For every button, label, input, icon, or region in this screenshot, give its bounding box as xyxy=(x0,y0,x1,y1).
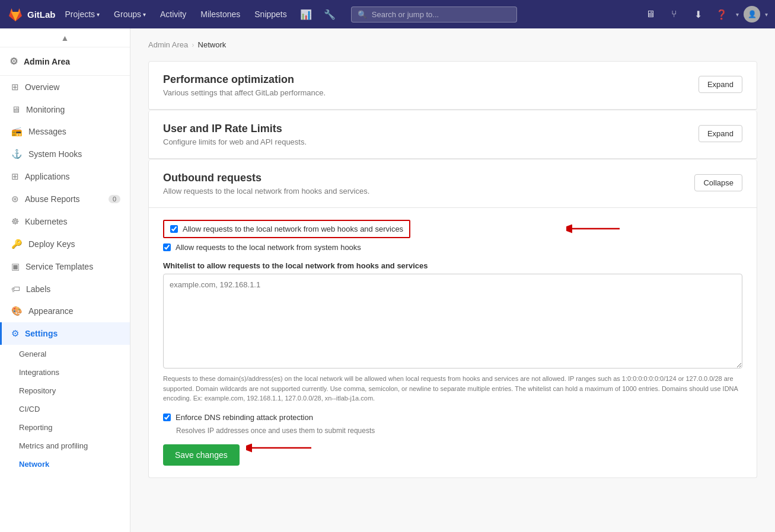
sidebar-item-kubernetes[interactable]: ☸ Kubernetes xyxy=(0,210,130,233)
outbound-section: Outbound requests Allow requests to the … xyxy=(148,160,757,478)
outbound-collapse-button[interactable]: Collapse xyxy=(694,174,742,191)
nav-projects[interactable]: Projects ▾ xyxy=(60,7,105,21)
performance-expand-button[interactable]: Expand xyxy=(699,76,742,93)
screen-icon[interactable]: 🖥 xyxy=(641,5,660,24)
outbound-section-body: Allow requests to the local network from… xyxy=(149,208,757,477)
performance-desc: Various settings that affect GitLab perf… xyxy=(163,88,326,97)
gitlab-logo[interactable]: GitLab xyxy=(7,6,56,23)
breadcrumb-current: Network xyxy=(198,40,227,49)
monitor-icon: 🖥 xyxy=(11,104,20,114)
outbound-title: Outbound requests xyxy=(163,172,369,184)
bar-chart-icon[interactable]: 📊 xyxy=(296,5,315,24)
nav-milestones[interactable]: Milestones xyxy=(196,7,245,21)
sidebar-sub-item-integrations[interactable]: Integrations xyxy=(0,363,130,382)
sidebar-item-monitoring[interactable]: 🖥 Monitoring xyxy=(0,98,130,120)
checkbox-webhooks-label[interactable]: Allow requests to the local network from… xyxy=(183,225,403,233)
key-icon: 🔑 xyxy=(11,239,23,249)
sidebar-item-overview[interactable]: ⊞ Overview xyxy=(0,76,130,98)
nav-activity[interactable]: Activity xyxy=(155,7,191,21)
sidebar-item-deploy-keys[interactable]: 🔑 Deploy Keys xyxy=(0,233,130,255)
gear-icon: ⚙ xyxy=(11,328,19,339)
checkbox-dns-label[interactable]: Enforce DNS rebinding attack protection xyxy=(176,413,313,422)
sidebar-sub-item-reporting[interactable]: Reporting xyxy=(0,418,130,437)
kubernetes-icon: ☸ xyxy=(11,216,19,227)
chevron-down-icon: ▾ xyxy=(765,11,768,18)
grid-icon: ⊞ xyxy=(11,171,19,182)
checkbox3-row: Enforce DNS rebinding attack protection … xyxy=(163,413,742,435)
performance-section-header: Performance optimization Various setting… xyxy=(149,62,757,110)
merge-icon[interactable]: ⑂ xyxy=(665,5,684,24)
wrench-icon: ⚙ xyxy=(9,56,18,67)
sidebar-item-appearance[interactable]: 🎨 Appearance xyxy=(0,300,130,322)
sidebar-header: ⚙ Admin Area xyxy=(0,47,130,76)
rate-limits-title: User and IP Rate Limits xyxy=(163,123,307,135)
sidebar-sub-item-general[interactable]: General xyxy=(0,345,130,363)
rate-limits-expand-button[interactable]: Expand xyxy=(699,125,742,142)
sidebar-sub-item-network[interactable]: Network xyxy=(0,455,130,473)
sidebar-item-labels[interactable]: 🏷 Labels xyxy=(0,278,130,300)
circle-icon: ⊛ xyxy=(11,194,19,204)
sidebar-item-settings[interactable]: ⚙ Settings xyxy=(0,322,130,345)
checkbox1-highlight: Allow requests to the local network from… xyxy=(163,220,410,238)
sidebar-sub-item-cicd[interactable]: CI/CD xyxy=(0,400,130,418)
sidebar-item-service-templates[interactable]: ▣ Service Templates xyxy=(0,255,130,278)
checkbox2-row: Allow requests to the local network from… xyxy=(163,243,742,252)
outbound-section-header: Outbound requests Allow requests to the … xyxy=(149,160,757,208)
performance-title: Performance optimization xyxy=(163,73,326,86)
checkbox-webhooks[interactable] xyxy=(170,225,178,233)
square-icon: ▣ xyxy=(11,261,20,272)
checkbox-system-hooks-label[interactable]: Allow requests to the local network from… xyxy=(176,243,361,252)
hook-icon: ⚓ xyxy=(11,149,23,159)
outbound-desc: Allow requests to the local network from… xyxy=(163,187,369,196)
chevron-down-icon: ▾ xyxy=(736,11,739,18)
avatar[interactable]: 👤 xyxy=(744,6,760,23)
sidebar-sub-item-repository[interactable]: Repository xyxy=(0,382,130,400)
scroll-up-button[interactable]: ▲ xyxy=(0,28,130,47)
grid-icon: ⊞ xyxy=(11,82,19,92)
rate-limits-section: User and IP Rate Limits Configure limits… xyxy=(148,111,757,159)
wrench-icon[interactable]: 🔧 xyxy=(320,5,339,24)
chevron-down-icon: ▾ xyxy=(143,11,146,18)
breadcrumb-separator: › xyxy=(192,40,194,49)
red-arrow-2 xyxy=(246,435,317,461)
sidebar-item-abuse-reports[interactable]: ⊛ Abuse Reports 0 xyxy=(0,188,130,210)
sidebar-item-messages[interactable]: 📻 Messages xyxy=(0,120,130,143)
sidebar: ▲ ⚙ Admin Area ⊞ Overview 🖥 Monitoring 📻… xyxy=(0,28,130,532)
sidebar-item-applications[interactable]: ⊞ Applications xyxy=(0,165,130,188)
nav-groups[interactable]: Groups ▾ xyxy=(109,7,151,21)
appearance-icon: 🎨 xyxy=(11,306,23,316)
sidebar-item-system-hooks[interactable]: ⚓ System Hooks xyxy=(0,143,130,165)
main-layout: ▲ ⚙ Admin Area ⊞ Overview 🖥 Monitoring 📻… xyxy=(0,28,775,532)
rate-limits-section-header: User and IP Rate Limits Configure limits… xyxy=(149,111,757,159)
search-icon: 🔍 xyxy=(358,10,367,19)
checkbox-system-hooks[interactable] xyxy=(163,243,171,251)
chevron-down-icon: ▾ xyxy=(97,11,100,18)
breadcrumb: Admin Area › Network xyxy=(148,40,757,49)
nav-snippets[interactable]: Snippets xyxy=(250,7,291,21)
download-icon[interactable]: ⬇ xyxy=(688,5,707,24)
save-button[interactable]: Save changes xyxy=(163,444,240,466)
search-bar[interactable]: 🔍 Search or jump to... xyxy=(351,7,517,23)
radio-icon: 📻 xyxy=(11,126,23,137)
breadcrumb-parent[interactable]: Admin Area xyxy=(148,40,188,49)
whitelist-label: Whitelist to allow requests to the local… xyxy=(163,261,742,270)
rate-limits-desc: Configure limits for web and API request… xyxy=(163,137,307,146)
label-icon: 🏷 xyxy=(11,284,20,294)
help-icon[interactable]: ❓ xyxy=(712,5,731,24)
checkbox-dns-sub: Resolves IP addresses once and uses them… xyxy=(163,427,742,435)
performance-section: Performance optimization Various setting… xyxy=(148,61,757,110)
red-arrow-1 xyxy=(566,217,626,241)
save-area: Save changes xyxy=(163,435,240,466)
whitelist-helper-text: Requests to these domain(s)/address(es) … xyxy=(163,374,742,403)
whitelist-textarea[interactable] xyxy=(163,274,742,368)
checkbox-dns[interactable] xyxy=(163,414,171,421)
sidebar-sub-item-metrics[interactable]: Metrics and profiling xyxy=(0,437,130,455)
top-navigation: GitLab Projects ▾ Groups ▾ Activity Mile… xyxy=(0,0,775,28)
main-content: Admin Area › Network Performance optimiz… xyxy=(130,28,775,532)
